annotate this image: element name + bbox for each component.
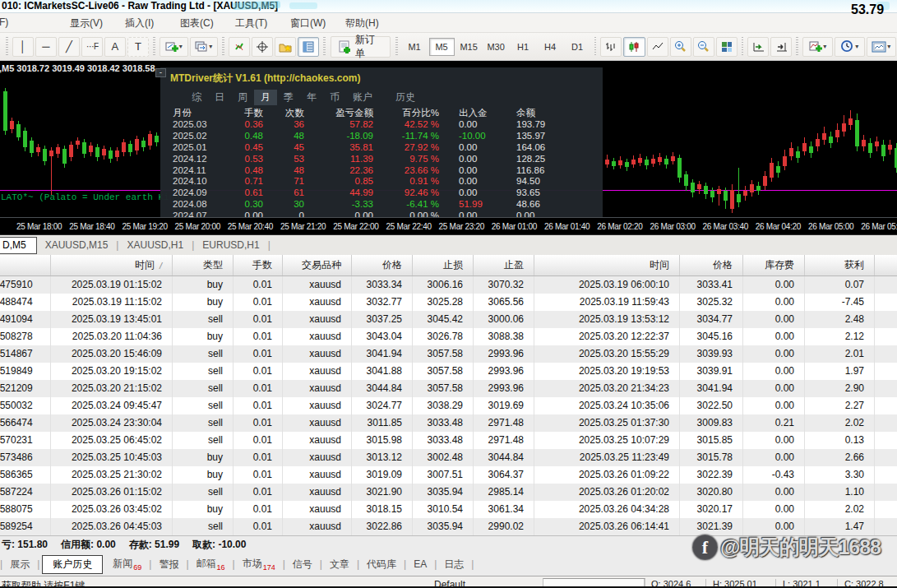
menu-item-5[interactable]: 帮助(H): [345, 16, 379, 30]
panel-minimize-button[interactable]: -: [155, 68, 166, 77]
history-header-cell[interactable]: 止盈: [474, 255, 534, 275]
bottom-tab-10[interactable]: 日志: [437, 558, 471, 572]
timeframe-m15[interactable]: M15: [456, 38, 482, 56]
history-header-cell[interactable]: 获利: [805, 255, 875, 275]
stats-tab-2[interactable]: 周: [231, 90, 254, 105]
menu-item-file-clipped[interactable]: (F): [0, 16, 8, 28]
table-row[interactable]: 95892542025.03.26 04:45:03sell0.01xauusd…: [0, 518, 897, 535]
history-header-cell[interactable]: 交易品种: [283, 255, 352, 275]
stats-tab-5[interactable]: 年: [300, 90, 323, 105]
table-row[interactable]: 94884742025.03.19 11:15:02buy0.01xauusd3…: [0, 294, 897, 311]
indicators-icon[interactable]: ▾: [802, 37, 833, 57]
tile-windows-icon[interactable]: [716, 37, 737, 57]
toolbar-grip[interactable]: [395, 37, 398, 57]
timeframe-d1[interactable]: D1: [565, 38, 590, 56]
vertical-line-icon[interactable]: │: [12, 37, 34, 57]
stats-tab-3[interactable]: 月: [254, 90, 277, 105]
toolbar-grip[interactable]: [153, 37, 155, 57]
label-icon[interactable]: T: [127, 37, 149, 57]
table-row[interactable]: 95082782025.03.20 11:04:36buy0.01xauusd3…: [0, 328, 897, 345]
text-icon[interactable]: A: [104, 37, 126, 57]
table-row[interactable]: 94759102025.03.19 01:15:02buy0.01xauusd3…: [0, 276, 897, 294]
fibonacci-icon[interactable]: ⋯F: [81, 37, 103, 57]
favorites-icon[interactable]: [275, 37, 296, 57]
toolbar-grip[interactable]: [594, 37, 597, 57]
zoom-out-icon[interactable]: [693, 37, 714, 57]
table-row[interactable]: 95702312025.03.25 06:45:02sell0.01xauusd…: [0, 432, 897, 449]
history-header-cell[interactable]: [875, 255, 897, 275]
stats-tab-4[interactable]: 季: [277, 90, 300, 105]
table-row[interactable]: 95734862025.03.25 10:45:03buy0.01xauusd3…: [0, 449, 897, 466]
chart-profiles-icon[interactable]: ▾: [190, 37, 219, 57]
bottom-tab-5[interactable]: 市场174: [235, 557, 283, 572]
new-chart-icon[interactable]: ▾: [160, 37, 188, 57]
history-header-cell[interactable]: 时间/: [51, 255, 173, 275]
toolbar-grip[interactable]: [222, 37, 224, 57]
table-row[interactable]: 95872242025.03.26 01:15:02sell0.01xauusd…: [0, 484, 897, 501]
table-row[interactable]: 95863652025.03.25 21:30:02buy0.01xauusd3…: [0, 466, 897, 484]
toolbar-grip[interactable]: [6, 37, 8, 57]
stats-tab-1[interactable]: 日: [208, 90, 231, 105]
auto-scroll-icon[interactable]: [747, 37, 769, 57]
timeframe-m1[interactable]: M1: [402, 38, 428, 56]
history-header-cell[interactable]: 库存费: [743, 255, 805, 275]
new-order-button[interactable]: 新订单: [331, 36, 391, 58]
stats-tab-7[interactable]: 账户: [346, 90, 379, 105]
chart-area[interactable]: D,M5 3018.72 3019.49 3018.42 3018.58 - L…: [0, 61, 897, 234]
history-header-cell[interactable]: 手数: [233, 255, 283, 275]
bottom-tab-0[interactable]: 展示: [2, 558, 37, 572]
mtdriver-stats-panel[interactable]: MTDriver统计 V1.61 (http://chaokes.com) 综日…: [160, 67, 603, 218]
toolbar-grip[interactable]: [323, 37, 326, 57]
templates-icon[interactable]: ▾: [867, 37, 897, 57]
stats-tab-0[interactable]: 综: [185, 90, 208, 105]
chart-tab-2[interactable]: EURUSD,H1: [194, 239, 267, 251]
timeframe-h4[interactable]: H4: [538, 38, 563, 56]
menu-item-4[interactable]: 窗口(W): [290, 16, 326, 30]
bottom-tab-1[interactable]: 账户历史: [42, 555, 103, 574]
stats-tab-6[interactable]: 币: [323, 90, 346, 105]
data-window-icon[interactable]: [298, 37, 319, 57]
bar-chart-icon[interactable]: [600, 37, 622, 57]
horizontal-line-icon[interactable]: ─: [35, 37, 57, 57]
history-header-cell[interactable]: 止损: [413, 255, 474, 275]
table-row[interactable]: 95198492025.03.20 19:15:02sell0.01xauusd…: [0, 363, 897, 380]
menu-item-3[interactable]: 工具(T): [235, 16, 267, 30]
history-header-cell[interactable]: 价格: [352, 255, 413, 275]
table-row[interactable]: 95212092025.03.20 21:15:02sell0.01xauusd…: [0, 380, 897, 397]
table-row[interactable]: 95880752025.03.26 03:45:02buy0.01xauusd3…: [0, 501, 897, 518]
candlestick-icon[interactable]: [623, 37, 645, 57]
bottom-tab-ea[interactable]: EA: [406, 558, 434, 570]
stats-tab-8[interactable]: 历史: [389, 90, 422, 105]
timeframe-m30[interactable]: M30: [483, 38, 509, 56]
bottom-tab-2[interactable]: 新闻69: [105, 557, 149, 572]
trendline-icon[interactable]: ╱: [58, 37, 80, 57]
table-row[interactable]: 94910942025.03.19 13:45:01sell0.01xauusd…: [0, 311, 897, 328]
history-header-cell[interactable]: 时间: [534, 255, 680, 275]
periods-clock-icon[interactable]: ▾: [835, 37, 865, 57]
bottom-tab-6[interactable]: 信号: [285, 558, 320, 572]
chart-shift-icon[interactable]: [770, 37, 792, 57]
history-header-cell[interactable]: 类型: [173, 255, 233, 275]
bottom-tab-7[interactable]: 文章: [322, 558, 357, 572]
zoom-in-icon[interactable]: [670, 37, 691, 57]
menu-item-0[interactable]: 显示(V): [70, 16, 103, 30]
line-chart-icon[interactable]: [647, 37, 668, 57]
bottom-tab-4[interactable]: 邮箱16: [189, 557, 233, 572]
chart-tab-active[interactable]: D,M5: [0, 237, 37, 254]
menu-item-2[interactable]: 图表(C): [180, 16, 214, 30]
timeframe-m5[interactable]: M5: [429, 38, 455, 56]
chart-tab-1[interactable]: XAUUSD,H1: [118, 239, 192, 251]
history-header-cell[interactable]: 价格: [680, 255, 743, 275]
history-header-id[interactable]: [0, 255, 51, 275]
toolbar-grip[interactable]: [796, 37, 798, 57]
bottom-tab-8[interactable]: 代码库: [359, 558, 404, 572]
chart-tab-0[interactable]: XAUUSD,M15: [37, 239, 117, 251]
table-row[interactable]: 95500322025.03.24 09:45:47sell0.01xauusd…: [0, 397, 897, 414]
market-watch-icon[interactable]: [229, 37, 250, 57]
timeframe-h1[interactable]: H1: [511, 38, 536, 56]
bottom-tab-3[interactable]: 警报: [151, 558, 186, 572]
table-row[interactable]: 95664742025.03.24 23:30:04sell0.01xauusd…: [0, 414, 897, 432]
table-row[interactable]: 95148672025.03.20 15:46:09sell0.01xauusd…: [0, 345, 897, 363]
crosshair-icon[interactable]: [252, 37, 273, 57]
menu-item-1[interactable]: 插入(I): [125, 16, 154, 30]
